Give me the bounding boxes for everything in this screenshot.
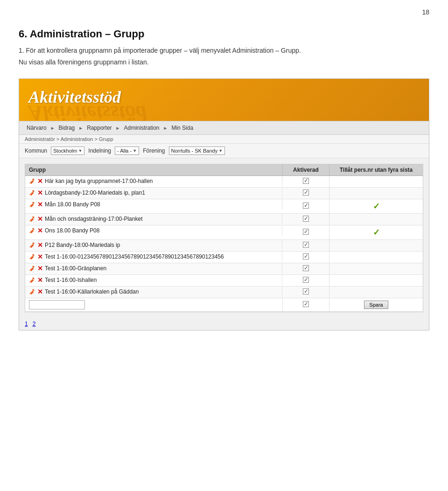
delete-icon[interactable]: ✕ xyxy=(37,216,43,222)
nav-label-rapporter: Rapporter xyxy=(87,125,112,131)
delete-icon[interactable]: ✕ xyxy=(37,277,43,283)
nav-item-minsida[interactable]: Min Sida xyxy=(169,124,195,132)
nav-item-narvaro[interactable]: Närvaro xyxy=(25,124,49,132)
edit-icon[interactable] xyxy=(29,288,35,295)
persnr-cell[interactable] xyxy=(329,263,423,275)
group-name: Mån 18.00 Bandy P08 xyxy=(45,201,100,208)
delete-icon[interactable]: ✕ xyxy=(37,288,43,295)
forening-select[interactable]: Norrtulls - SK Bandy ▼ xyxy=(169,147,225,155)
persnr-cell[interactable]: ✓ xyxy=(329,199,423,214)
edit-icon[interactable] xyxy=(29,178,35,184)
edit-icon[interactable] xyxy=(29,201,35,208)
edit-icon[interactable] xyxy=(29,265,35,272)
kommun-select[interactable]: Stockholm ▼ xyxy=(51,147,84,155)
svg-rect-3 xyxy=(30,192,34,196)
indelning-select[interactable]: - Alla - ▼ xyxy=(115,147,139,155)
delete-icon[interactable]: ✕ xyxy=(37,227,43,234)
group-name: Lördagsbandy-12:00-Mariedals ip, plan1 xyxy=(45,189,145,196)
breadcrumb: Administratör > Administration > Grupp xyxy=(19,135,429,144)
svg-rect-12 xyxy=(30,230,34,233)
table-row: ✕Lördagsbandy-12:00-Mariedals ip, plan1✓ xyxy=(25,188,423,199)
activated-cell[interactable]: ✓ xyxy=(282,225,329,240)
indelning-value: - Alla - xyxy=(117,148,132,154)
activated-cell[interactable]: ✓ xyxy=(282,252,329,263)
delete-icon[interactable]: ✕ xyxy=(37,265,43,272)
save-button[interactable]: Spara xyxy=(364,301,388,309)
persnr-cell[interactable] xyxy=(329,240,423,252)
th-persnr: Tillåt pers.nr utan fyra sista xyxy=(329,164,423,176)
edit-icon[interactable] xyxy=(29,253,35,260)
nav-label-bidrag: Bidrag xyxy=(59,125,75,131)
persnr-cell[interactable] xyxy=(329,252,423,263)
new-group-input[interactable] xyxy=(29,300,85,309)
persnr-cell[interactable] xyxy=(329,287,423,298)
persnr-cell[interactable] xyxy=(329,214,423,225)
svg-rect-15 xyxy=(30,244,34,248)
nav-label-narvaro: Närvaro xyxy=(27,125,47,131)
kommun-arrow-icon: ▼ xyxy=(78,148,82,153)
app-nav: Närvaro ► Bidrag ► Rapporter ► Administr… xyxy=(19,121,429,135)
activated-cell[interactable]: ✓ xyxy=(282,214,329,225)
table-row: ✕Mån och onsdagsträning-17:00-Planket✓ xyxy=(25,214,423,225)
nav-item-administration[interactable]: Administration xyxy=(122,124,161,132)
persnr-cell[interactable]: ✓ xyxy=(329,225,423,240)
pagination: 1 2 xyxy=(19,318,429,330)
nav-item-rapporter[interactable]: Rapporter xyxy=(85,124,113,132)
th-grupp: Grupp xyxy=(25,164,282,176)
table-row: ✕Mån 18.00 Bandy P08✓✓ xyxy=(25,199,423,214)
delete-icon[interactable]: ✕ xyxy=(37,189,43,196)
forening-label: Förening xyxy=(143,147,165,154)
groups-table: Grupp Aktiverad Tillåt pers.nr utan fyra… xyxy=(25,164,423,312)
delete-icon[interactable]: ✕ xyxy=(37,242,43,248)
edit-icon[interactable] xyxy=(29,277,35,283)
group-name: Test 1-16:00-012345678901234567890123456… xyxy=(45,253,224,260)
indelning-arrow-icon: ▼ xyxy=(133,148,137,153)
activated-cell[interactable]: ✓ xyxy=(282,275,329,287)
svg-rect-18 xyxy=(30,256,34,260)
group-name: Här kan jag byta gruppnamnet-17:00-halle… xyxy=(45,178,153,184)
nav-label-minsida: Min Sida xyxy=(171,125,193,131)
app-header: Aktivitetsstöd Aktivitetsstöd xyxy=(19,79,429,121)
svg-rect-27 xyxy=(30,291,34,295)
table-row: ✕Test 1-16:00-Källarlokalen på Gäddan✓ xyxy=(25,287,423,298)
delete-icon[interactable]: ✕ xyxy=(37,201,43,208)
persnr-cell[interactable] xyxy=(329,275,423,287)
edit-icon[interactable] xyxy=(29,242,35,248)
th-aktiverad: Aktiverad xyxy=(282,164,329,176)
nav-arrow-4: ► xyxy=(163,126,168,131)
group-name: Ons 18.00 Bandy P08 xyxy=(45,227,99,234)
group-name: Test 1-16:00-Källarlokalen på Gäddan xyxy=(45,288,139,295)
group-name: Test 1-16:00-Gräsplanen xyxy=(45,265,106,272)
activated-cell[interactable]: ✓ xyxy=(282,263,329,275)
page-link-2[interactable]: 2 xyxy=(33,321,36,327)
activated-cell[interactable]: ✓ xyxy=(282,188,329,199)
table-row: ✕P12 Bandy-18:00-Mariedals ip✓ xyxy=(25,240,423,252)
kommun-label: Kommun xyxy=(25,147,47,154)
table-row: ✕Test 1-16:00-Gräsplanen✓ xyxy=(25,263,423,275)
intro-paragraph-1: 1. För att kontrollera gruppnamn på impo… xyxy=(19,46,429,56)
persnr-cell[interactable] xyxy=(329,176,423,188)
page-link-1[interactable]: 1 xyxy=(25,321,28,327)
app-frame: Aktivitetsstöd Aktivitetsstöd Närvaro ► … xyxy=(19,78,429,330)
forening-value: Norrtulls - SK Bandy xyxy=(171,148,218,154)
edit-icon[interactable] xyxy=(29,216,35,222)
activated-cell[interactable]: ✓ xyxy=(282,199,329,214)
table-row: ✕Ons 18.00 Bandy P08✓✓ xyxy=(25,225,423,240)
edit-icon[interactable] xyxy=(29,227,35,234)
activated-cell[interactable]: ✓ xyxy=(282,176,329,188)
intro-paragraph-2: Nu visas alla föreningens gruppnamn i li… xyxy=(19,57,429,67)
new-persnr-cell: Spara xyxy=(329,298,423,312)
table-row: ✕Här kan jag byta gruppnamnet-17:00-hall… xyxy=(25,176,423,188)
group-name: Test 1-16:00-Ishallen xyxy=(45,277,97,283)
edit-icon[interactable] xyxy=(29,189,35,196)
new-activated-cell[interactable]: ✓ xyxy=(282,298,329,312)
kommun-value: Stockholm xyxy=(53,148,77,154)
delete-icon[interactable]: ✕ xyxy=(37,178,43,184)
nav-item-bidrag[interactable]: Bidrag xyxy=(57,124,77,132)
nav-arrow-2: ► xyxy=(78,126,83,131)
group-name: P12 Bandy-18:00-Mariedals ip xyxy=(45,242,120,248)
activated-cell[interactable]: ✓ xyxy=(282,240,329,252)
delete-icon[interactable]: ✕ xyxy=(37,253,43,260)
persnr-cell[interactable] xyxy=(329,188,423,199)
activated-cell[interactable]: ✓ xyxy=(282,287,329,298)
